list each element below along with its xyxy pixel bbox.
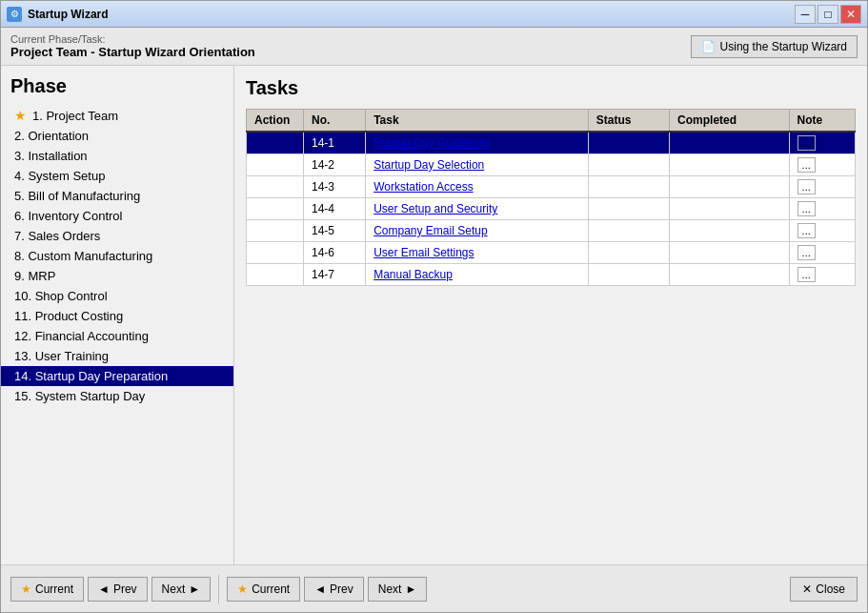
footer-right: ★ Current ◄ Prev Next ► bbox=[227, 577, 427, 602]
note-btn[interactable]: ... bbox=[797, 157, 816, 173]
cell-task[interactable]: Company Email Setup bbox=[366, 220, 589, 242]
sidebar-item-label-15: 15. System Startup Day bbox=[14, 389, 145, 403]
sidebar-item-11[interactable]: 11. Product Costing bbox=[1, 306, 233, 326]
cell-note: ... bbox=[789, 154, 855, 176]
sidebar-item-15[interactable]: 15. System Startup Day bbox=[1, 386, 233, 406]
col-action: Action bbox=[247, 110, 304, 133]
sidebar-item-5[interactable]: 5. Bill of Manufacturing bbox=[1, 186, 233, 206]
cell-status bbox=[588, 154, 669, 176]
table-row[interactable]: 14-6 User Email Settings ... bbox=[247, 242, 856, 264]
cell-note: ... bbox=[789, 132, 855, 154]
cell-no: 14-6 bbox=[304, 242, 366, 264]
tasks-title: Tasks bbox=[246, 77, 856, 99]
task-link[interactable]: Manual Backup bbox=[373, 268, 453, 281]
note-btn[interactable]: ... bbox=[797, 267, 816, 282]
cell-status bbox=[588, 242, 669, 264]
minimize-button[interactable]: ─ bbox=[795, 5, 816, 24]
task-link[interactable]: User Setup and Security bbox=[373, 202, 497, 215]
cell-task[interactable]: Workstation Access bbox=[366, 176, 589, 198]
table-row[interactable]: 14-4 User Setup and Security ... bbox=[247, 198, 856, 220]
close-button[interactable]: ✕ Close bbox=[790, 577, 858, 602]
col-task: Task bbox=[366, 110, 589, 133]
title-bar: ⚙ Startup Wizard ─ □ ✕ bbox=[1, 1, 867, 28]
task-current-button[interactable]: ★ Current bbox=[227, 577, 300, 602]
cell-action bbox=[247, 220, 304, 242]
col-no: No. bbox=[304, 110, 366, 133]
cell-no: 14-7 bbox=[304, 264, 366, 286]
sidebar-item-10[interactable]: 10. Shop Control bbox=[1, 286, 233, 306]
cell-task[interactable]: Startup Day Guidelines bbox=[366, 132, 589, 154]
cell-task[interactable]: User Setup and Security bbox=[366, 198, 589, 220]
tasks-table: Action No. Task Status Completed Note 14… bbox=[246, 109, 856, 286]
task-link[interactable]: Company Email Setup bbox=[373, 224, 487, 237]
maximize-button[interactable]: □ bbox=[818, 5, 838, 24]
phase-prev-label: Prev bbox=[113, 582, 137, 596]
help-button[interactable]: 📄 Using the Startup Wizard bbox=[691, 35, 858, 58]
col-status: Status bbox=[588, 110, 669, 133]
phase-current-button[interactable]: ★ Current bbox=[10, 577, 84, 602]
sidebar-item-8[interactable]: 8. Custom Manufacturing bbox=[1, 246, 233, 266]
note-btn[interactable]: ... bbox=[797, 223, 816, 238]
phase-next-button[interactable]: Next ► bbox=[151, 577, 212, 602]
sidebar-item-12[interactable]: 12. Financial Accounting bbox=[1, 326, 233, 346]
sidebar: Phase ★ 1. Project Team 2. Orientation 3… bbox=[1, 66, 234, 564]
cell-completed bbox=[670, 132, 790, 154]
cell-action bbox=[247, 242, 304, 264]
sidebar-item-label-1: 1. Project Team bbox=[32, 109, 118, 123]
sidebar-item-label-2: 2. Orientation bbox=[14, 129, 89, 143]
window-title: Startup Wizard bbox=[28, 8, 109, 21]
app-icon: ⚙ bbox=[7, 7, 22, 22]
sidebar-item-1[interactable]: ★ 1. Project Team bbox=[1, 105, 233, 126]
sidebar-item-13[interactable]: 13. User Training bbox=[1, 346, 233, 366]
task-prev-label: Prev bbox=[330, 582, 353, 596]
task-link[interactable]: Workstation Access bbox=[373, 180, 473, 194]
sidebar-item-3[interactable]: 3. Installation bbox=[1, 146, 233, 166]
cell-no: 14-5 bbox=[304, 220, 366, 242]
cell-completed bbox=[670, 220, 790, 242]
prev-icon: ◄ bbox=[98, 582, 110, 596]
cell-no: 14-3 bbox=[304, 176, 366, 198]
sidebar-item-14[interactable]: 14. Startup Day Preparation bbox=[1, 366, 233, 386]
sidebar-item-7[interactable]: 7. Sales Orders bbox=[1, 226, 233, 246]
table-row[interactable]: 14-2 Startup Day Selection ... bbox=[247, 154, 856, 176]
task-next-icon: ► bbox=[405, 582, 416, 596]
sidebar-item-label-3: 3. Installation bbox=[14, 149, 88, 163]
table-row[interactable]: 14-7 Manual Backup ... bbox=[247, 264, 856, 286]
task-link[interactable]: User Email Settings bbox=[373, 246, 474, 259]
task-link[interactable]: Startup Day Selection bbox=[373, 158, 484, 172]
sidebar-item-6[interactable]: 6. Inventory Control bbox=[1, 206, 233, 226]
task-prev-button[interactable]: ◄ Prev bbox=[304, 577, 364, 602]
phase-prev-button[interactable]: ◄ Prev bbox=[88, 577, 148, 602]
task-label: Project Team - Startup Wizard Orientatio… bbox=[10, 45, 255, 59]
phase-label: Current Phase/Task: bbox=[10, 33, 255, 45]
task-link[interactable]: Startup Day Guidelines bbox=[373, 136, 491, 150]
title-controls: ─ □ ✕ bbox=[795, 5, 861, 24]
footer-left: ★ Current ◄ Prev Next ► bbox=[10, 577, 211, 602]
sidebar-item-2[interactable]: 2. Orientation bbox=[1, 126, 233, 146]
note-btn[interactable]: ... bbox=[797, 179, 816, 194]
header-bar: Current Phase/Task: Project Team - Start… bbox=[1, 28, 867, 66]
note-btn[interactable]: ... bbox=[797, 201, 816, 216]
cell-note: ... bbox=[789, 198, 855, 220]
phase-current-label: Current bbox=[35, 582, 73, 596]
help-button-label: Using the Startup Wizard bbox=[720, 40, 847, 53]
table-row[interactable]: 14-5 Company Email Setup ... bbox=[247, 220, 856, 242]
cell-task[interactable]: Manual Backup bbox=[366, 264, 589, 286]
cell-task[interactable]: Startup Day Selection bbox=[366, 154, 589, 176]
table-row[interactable]: 14-1 Startup Day Guidelines ... bbox=[247, 132, 856, 154]
cell-completed bbox=[670, 264, 790, 286]
sidebar-item-label-12: 12. Financial Accounting bbox=[14, 329, 149, 343]
window-close-button[interactable]: ✕ bbox=[840, 5, 861, 24]
close-icon: ✕ bbox=[802, 582, 812, 596]
note-btn[interactable]: ... bbox=[797, 135, 816, 151]
cell-task[interactable]: User Email Settings bbox=[366, 242, 589, 264]
sidebar-item-label-7: 7. Sales Orders bbox=[14, 229, 100, 243]
cell-note: ... bbox=[789, 264, 855, 286]
cell-no: 14-4 bbox=[304, 198, 366, 220]
sidebar-item-9[interactable]: 9. MRP bbox=[1, 266, 233, 286]
table-row[interactable]: 14-3 Workstation Access ... bbox=[247, 176, 856, 198]
sidebar-item-4[interactable]: 4. System Setup bbox=[1, 166, 233, 186]
note-btn[interactable]: ... bbox=[797, 245, 816, 260]
task-next-button[interactable]: Next ► bbox=[368, 577, 428, 602]
tasks-panel: Tasks Action No. Task Status Completed N… bbox=[234, 66, 867, 564]
